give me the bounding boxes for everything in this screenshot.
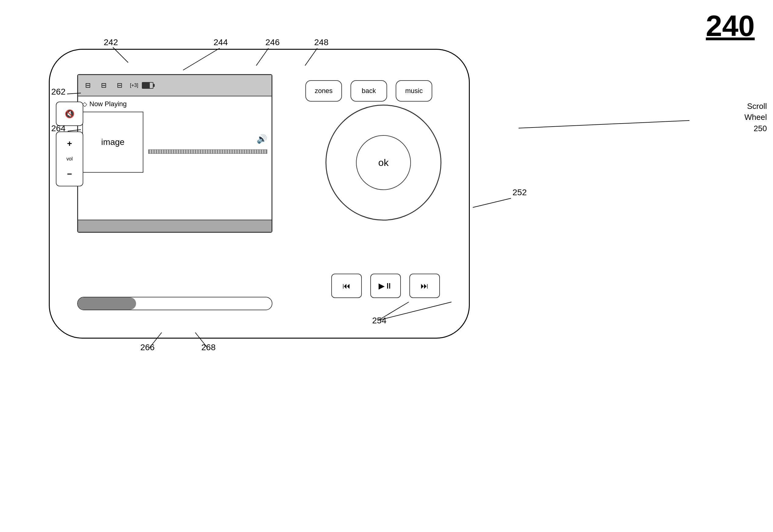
- screen-inner: image 🔊: [82, 112, 267, 173]
- track-info: 🔊: [148, 112, 267, 173]
- scroll-wheel[interactable]: ok: [325, 105, 441, 221]
- label-252: 252: [512, 188, 527, 197]
- toolbar-badge: [+3]: [130, 83, 138, 88]
- device-bottom-progress-bar: [77, 297, 272, 310]
- svg-line-6: [473, 198, 511, 207]
- next-button[interactable]: ⏭: [409, 274, 440, 298]
- vol-minus-label: −: [67, 169, 72, 179]
- label-248: 248: [314, 38, 329, 47]
- screen-content: ◇ Now Playing image 🔊: [78, 96, 271, 220]
- toolbar-icon-3: ⊟: [113, 79, 126, 92]
- volume-icon: 🔊: [257, 134, 267, 144]
- vol-label: vol: [67, 156, 73, 162]
- label-268: 268: [201, 343, 216, 352]
- toolbar-battery: [142, 82, 153, 89]
- media-buttons-row: ⏮ ▶⏸ ⏭: [331, 274, 440, 298]
- toolbar-icon-2: ⊟: [97, 79, 110, 92]
- volume-control[interactable]: + vol −: [56, 131, 83, 186]
- ok-label: ok: [378, 157, 389, 168]
- now-playing-text: Now Playing: [89, 100, 127, 108]
- device-screen: ⊟ ⊟ ⊟ [+3] ◇ Now Playing image 🔊: [77, 74, 272, 233]
- scroll-wheel-number: 250: [754, 124, 767, 133]
- album-art-label: image: [101, 137, 124, 147]
- back-button[interactable]: back: [351, 80, 387, 102]
- device-bottom-bar-fill: [78, 297, 136, 310]
- zones-button[interactable]: zones: [305, 80, 342, 102]
- ok-button[interactable]: ok: [356, 135, 411, 190]
- device-body: ⊟ ⊟ ⊟ [+3] ◇ Now Playing image 🔊: [49, 49, 470, 339]
- top-buttons-row: zones back music: [305, 80, 432, 102]
- music-label: music: [405, 87, 422, 95]
- play-pause-icon: ▶⏸: [379, 281, 393, 291]
- figure-number: 240: [706, 9, 755, 43]
- label-244: 244: [214, 38, 228, 47]
- label-266: 266: [140, 343, 155, 352]
- toolbar-icon-1: ⊟: [81, 79, 95, 92]
- now-playing-label: ◇ Now Playing: [82, 100, 267, 108]
- mute-button[interactable]: 🔇: [56, 102, 83, 126]
- zones-label: zones: [315, 87, 333, 95]
- prev-button[interactable]: ⏮: [331, 274, 362, 298]
- label-246: 246: [265, 38, 280, 47]
- toolbar-battery-fill: [142, 83, 150, 88]
- prev-icon: ⏮: [343, 281, 351, 291]
- mute-icon: 🔇: [65, 109, 74, 119]
- play-pause-button[interactable]: ▶⏸: [370, 274, 401, 298]
- next-icon: ⏭: [421, 281, 429, 291]
- vol-plus-label: +: [67, 139, 72, 149]
- scroll-wheel-label: ScrollWheel250: [744, 101, 767, 134]
- progress-bar: [148, 149, 267, 154]
- screen-bottom-bar: [78, 220, 271, 232]
- album-art: image: [82, 112, 143, 173]
- music-button[interactable]: music: [396, 80, 432, 102]
- label-242: 242: [104, 38, 118, 47]
- left-controls: 🔇 + vol −: [56, 102, 83, 186]
- back-label: back: [362, 87, 376, 95]
- svg-line-7: [519, 120, 689, 128]
- screen-toolbar: ⊟ ⊟ ⊟ [+3]: [78, 75, 271, 96]
- progress-bar-container: [148, 149, 267, 154]
